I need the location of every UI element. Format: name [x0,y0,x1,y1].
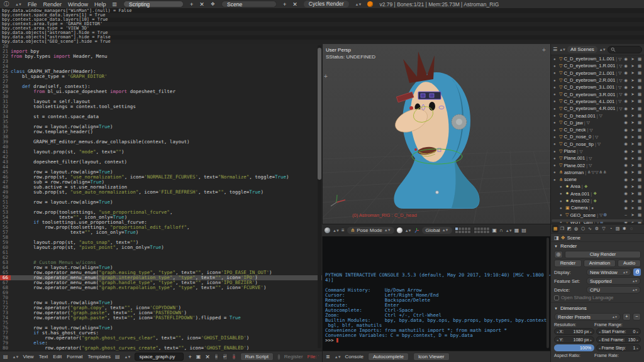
selectable-icon[interactable]: ➤ [630,120,635,125]
text-editor[interactable]: 2021import bpy22from bpy.types import He… [0,44,322,351]
end-frame-stepper[interactable]: ◂ End Frame: 150 ▸ [596,336,641,343]
expand-icon[interactable]: ● [553,71,558,75]
editor-type-arrows[interactable]: ▲▼ [15,3,21,6]
menu-window[interactable]: Window [68,1,88,8]
outliner-item-c_d_nose_0[interactable]: ●▽C_D_nose_0|▽◉➤▦ [551,133,644,140]
delete-layout-button[interactable]: ✕ [199,1,204,8]
word-wrap-toggle[interactable]: ↵ [223,353,228,360]
properties-tab-modifiers[interactable]: ⚙ [594,225,600,233]
selectable-icon[interactable]: ➤ [630,63,635,69]
renderable-icon[interactable]: ▦ [637,128,642,133]
outliner-item-plane[interactable]: ●▽Plane|▽◉➤▦ [551,148,644,155]
selectable-icon[interactable]: ➤ [630,141,635,146]
selectable-icon[interactable]: ➤ [630,128,635,133]
outliner-item-c_d_eyebrown_2.l.001[interactable]: ●▽C_D_eyebrown_2.L.001|▽◉➤▦ [551,70,644,77]
outliner-item-astroman[interactable]: ●⋔astroman|⋔▽▽⋔⋔◉➤▦ [551,169,644,176]
expand-icon[interactable]: ● [553,121,558,124]
feature-set-select[interactable]: Supported ▲▼ [586,277,641,285]
eye-icon[interactable]: ◉ [623,184,628,189]
properties-tab-material[interactable]: ◔ [608,225,614,233]
expand-icon[interactable]: ● [553,128,558,132]
add-layout-button[interactable]: + [190,1,193,8]
mode-select[interactable]: ⋔ Pose Mode ▲▼ [347,227,394,234]
device-select[interactable]: CPU ▲▼ [586,286,641,293]
text-name-field[interactable]: space_graph.py [135,353,184,361]
line-numbers-toggle[interactable]: ≡ [214,353,218,360]
renderable-icon[interactable]: ▦ [637,63,642,69]
console-menu[interactable]: Console [345,354,364,359]
new-text-button[interactable]: + [188,354,191,360]
expand-icon[interactable]: ● [553,178,558,182]
layer-cell[interactable] [480,231,483,233]
eye-icon[interactable]: ◉ [623,170,628,175]
selectable-icon[interactable]: ➤ [630,149,635,154]
eye-icon[interactable]: ◉ [623,85,628,90]
render-opengl-icon[interactable]: ▦ [514,228,519,233]
eye-icon[interactable]: ◉ [623,78,628,83]
preset-remove-button[interactable]: − [633,313,641,321]
selectable-icon[interactable]: ➤ [630,177,635,182]
lock-to-scene-icon[interactable]: ▣ [492,228,497,233]
preset-add-button[interactable]: + [623,313,631,321]
selectable-icon[interactable]: ➤ [630,170,635,175]
properties-tab-render-layers[interactable]: ❐ [559,225,565,233]
console-editor-icon[interactable]: ≣ [326,354,330,359]
layers-grid-2[interactable] [474,227,490,234]
render-button[interactable]: Render [554,260,582,267]
run-script-button[interactable]: Run Script [240,353,274,361]
layer-cell[interactable] [477,231,480,233]
selectable-icon[interactable]: ➤ [630,212,635,217]
expand-icon[interactable]: ● [553,92,558,96]
menu-file[interactable]: File [28,1,37,8]
eye-icon[interactable]: ◉ [623,128,628,133]
expand-icon[interactable]: ● [560,192,564,195]
outliner-item-c_d_neck[interactable]: ●▽C_D_neck|▽◉➤▦ [551,126,644,133]
properties-tab-render[interactable]: ▦ [552,225,558,233]
eye-icon[interactable]: ◉ [623,63,628,69]
renderable-icon[interactable]: ▦ [637,184,642,189]
outliner-item-c_d_head.001[interactable]: ●▽C_D_head.001|▽◉➤▦ [551,112,644,119]
renderable-icon[interactable]: ▦ [637,57,642,62]
viewport-shading-icon[interactable] [397,228,402,233]
outliner-item-c_d_eyebrown_2.r.001[interactable]: ●▽C_D_eyebrown_2.R.001|▽◉➤▦ [551,77,644,84]
editor-type-icon[interactable] [325,228,330,233]
expand-icon[interactable]: ● [553,79,558,82]
renderable-icon[interactable]: ▦ [637,134,642,140]
layer-cell[interactable] [487,231,489,233]
selectable-icon[interactable]: ➤ [630,78,635,83]
renderable-icon[interactable]: ▦ [637,99,642,104]
osl-checkbox[interactable] [554,295,559,300]
menu-render[interactable]: Render [43,1,62,8]
orientation-select[interactable]: Global ▲▼ [422,227,452,234]
expand-icon[interactable]: ● [553,107,558,111]
selectable-icon[interactable]: ➤ [630,92,635,97]
frame-step-stepper[interactable]: ◂ Frame Step: 1 ▸ [596,344,641,351]
outliner-item-c_d_eyebrown_1.r.001[interactable]: ●▽C_D_eyebrown_1.R.001|▽◉➤▦ [551,62,644,69]
selectable-icon[interactable]: ➤ [630,70,635,75]
layer-cell[interactable] [462,231,464,233]
outliner-item-plane.002[interactable]: ●▽Plane.002|▽◉➤▦ [551,162,644,168]
selectable-icon[interactable]: ➤ [630,206,635,211]
text-menu-view[interactable]: View [23,354,33,359]
renderable-icon[interactable]: ▦ [637,191,642,196]
expand-icon[interactable]: ● [553,99,558,103]
expand-icon[interactable]: ● [553,64,558,68]
outliner-item-c_d_eyebrown_4.r.001[interactable]: ●▽C_D_eyebrown_4.R.001|▽◉➤▦ [551,105,644,112]
text-editor-scroll-thumb[interactable] [318,48,321,180]
add-scene-button[interactable]: + [283,1,286,8]
renderable-icon[interactable]: ▦ [637,92,642,97]
outliner-item-c_d_eyebrown_3.l.001[interactable]: ●▽C_D_eyebrown_3.L.001|▽◉➤▦ [551,84,644,90]
renderable-icon[interactable]: ▦ [637,177,642,182]
eye-icon[interactable]: ◉ [623,141,628,146]
syntax-highlight-toggle[interactable]: a [232,353,236,360]
text-editor-icon[interactable]: ▤ [3,354,8,359]
outliner-item-c_d_eyebrown_4.l.001[interactable]: ●▽C_D_eyebrown_4.L.001|▽◉➤▦ [551,98,644,105]
layer-cell[interactable] [474,231,477,233]
eye-icon[interactable]: ◉ [623,120,628,125]
layer-cell[interactable] [458,231,461,233]
selectable-icon[interactable]: ➤ [630,163,635,168]
layer-cell[interactable] [484,228,486,230]
selectable-icon[interactable]: ➤ [630,156,635,161]
text-menu-edit[interactable]: Edit [53,354,62,359]
viewport-3d[interactable] [322,44,550,224]
